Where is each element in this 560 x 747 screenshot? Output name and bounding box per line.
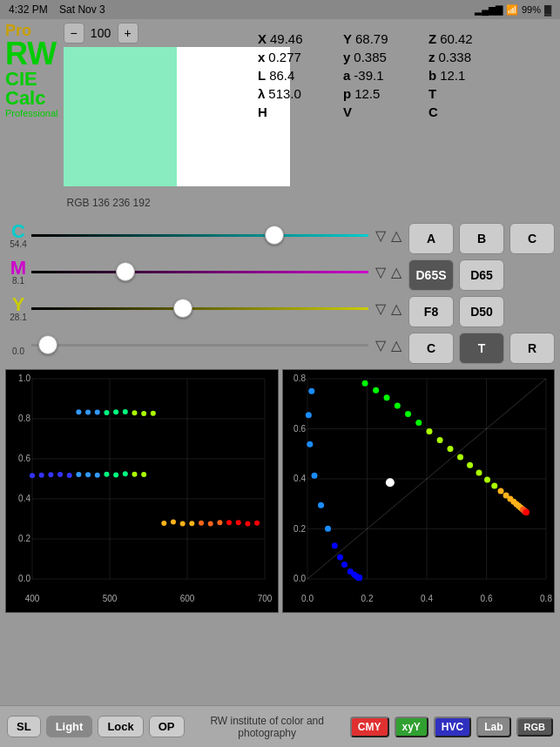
measure-x: x 0.277	[258, 50, 336, 64]
btn-D65[interactable]: D65	[459, 259, 504, 291]
measure-C: C	[428, 104, 507, 119]
measure-T: T	[428, 86, 507, 101]
btn-T[interactable]: T	[459, 333, 504, 364]
btn-row-f8-d50: F8 D50	[408, 296, 555, 327]
slider-magenta-thumb[interactable]	[116, 262, 135, 281]
battery-indicator: 99%	[522, 4, 541, 15]
right-chart	[282, 369, 556, 613]
slider-nd-up-arrow[interactable]: △	[391, 337, 401, 353]
measure-row-hvc: H V C	[258, 104, 555, 119]
xyy-badge[interactable]: xyY	[395, 717, 428, 737]
slider-magenta-up-arrow[interactable]: △	[391, 264, 401, 280]
measure-lambda: λ 513.0	[258, 86, 336, 101]
btn-C-top[interactable]: C	[509, 223, 555, 254]
brand-cie: CIE	[5, 70, 58, 89]
slider-magenta-label-col: M 8.1	[5, 259, 31, 286]
lock-button[interactable]: Lock	[98, 716, 143, 737]
slider-cyan-container[interactable]	[31, 226, 368, 244]
stepper-value: 100	[88, 26, 114, 40]
sliders-column: C 54.4 ▽ △ M 8.1	[5, 219, 408, 366]
btn-F8[interactable]: F8	[408, 296, 454, 327]
lab-badge[interactable]: Lab	[476, 717, 510, 737]
btn-row-d65: D65S D65	[408, 259, 555, 291]
brand-rw: RW	[5, 38, 58, 70]
slider-nd-label-col: ND 0.0	[5, 334, 31, 356]
left-chart-canvas	[6, 370, 272, 605]
measure-H: H	[258, 104, 336, 119]
brand-row: Pro RW CIE Calc Professional − 100 + RGB…	[5, 23, 249, 209]
slider-cyan-down-arrow[interactable]: ▽	[375, 227, 386, 244]
slider-nd-arrows: ▽ △	[375, 337, 401, 353]
slider-magenta-down-arrow[interactable]: ▽	[375, 264, 386, 280]
slider-magenta-container[interactable]	[31, 263, 368, 280]
measure-row-lpt: λ 513.0 p 12.5 T	[258, 86, 555, 101]
measure-z: z 0.338	[428, 50, 507, 64]
measure-y: y 0.385	[343, 50, 422, 64]
slider-row-yellow: Y 28.1 ▽ △	[5, 293, 408, 324]
slider-nd-thumb[interactable]	[38, 335, 57, 354]
status-date: Sat Nov 3	[59, 3, 105, 16]
slider-cyan-up-arrow[interactable]: △	[391, 227, 401, 244]
measure-row-lab: L 86.4 a -39.1 b 12.1	[258, 68, 555, 83]
top-section: Pro RW CIE Calc Professional − 100 + RGB…	[0, 19, 560, 219]
btn-row-abc: A B C	[408, 223, 555, 254]
btn-A[interactable]: A	[408, 223, 454, 254]
measure-row-xyz: X 49.46 Y 68.79 Z 60.42	[258, 31, 555, 46]
charts-section	[5, 369, 555, 613]
brand-calc: Calc	[5, 89, 58, 108]
slider-yellow-container[interactable]	[31, 299, 368, 317]
slider-yellow-arrows: ▽ △	[375, 300, 401, 317]
btn-D50[interactable]: D50	[459, 296, 504, 327]
slider-row-nd: ND 0.0 ▽ △	[5, 329, 408, 360]
status-time: 4:32 PM	[9, 3, 48, 16]
slider-row-magenta: M 8.1 ▽ △	[5, 256, 408, 287]
slider-yellow-label: Y	[5, 295, 31, 314]
buttons-column: A B C D65S D65 F8 D50 C T R	[408, 219, 555, 366]
slider-yellow-label-col: Y 28.1	[5, 295, 31, 322]
signal-icon: ▂▄▆▇	[475, 4, 503, 16]
slider-row-cyan: C 54.4 ▽ △	[5, 219, 408, 251]
light-button[interactable]: Light	[46, 716, 93, 737]
slider-magenta-value: 8.1	[5, 276, 31, 286]
btn-B[interactable]: B	[459, 223, 504, 254]
toolbar-info-text: RW institute of color and photography	[190, 715, 345, 739]
measure-X: X 49.46	[258, 31, 336, 46]
measure-b: b 12.1	[428, 68, 507, 83]
slider-cyan-label-col: C 54.4	[5, 222, 31, 249]
slider-nd-container[interactable]	[31, 336, 368, 353]
slider-nd-value: 0.0	[5, 347, 31, 356]
right-chart-canvas	[283, 370, 553, 605]
color-swatch-green	[64, 47, 177, 186]
cmy-badge[interactable]: CMY	[350, 717, 389, 737]
slider-yellow-down-arrow[interactable]: ▽	[375, 300, 386, 317]
measure-L: L 86.4	[258, 68, 336, 83]
rgb-badge[interactable]: RGB	[516, 717, 553, 737]
slider-cyan-label: C	[5, 222, 31, 241]
measure-Z: Z 60.42	[428, 31, 507, 46]
slider-yellow-up-arrow[interactable]: △	[391, 300, 401, 317]
measurements-panel: X 49.46 Y 68.79 Z 60.42 x 0.277 y 0.385	[249, 23, 555, 219]
stepper-minus-button[interactable]: −	[64, 23, 84, 44]
btn-D65S[interactable]: D65S	[408, 259, 454, 291]
bottom-toolbar: SL Light Lock OP RW institute of color a…	[0, 705, 560, 747]
slider-cyan-track	[31, 234, 368, 237]
slider-nd-down-arrow[interactable]: ▽	[375, 337, 386, 353]
status-bar: 4:32 PM Sat Nov 3 ▂▄▆▇ 📶 99% ▓	[0, 0, 560, 19]
wifi-icon: 📶	[506, 4, 518, 16]
stepper-plus-button[interactable]: +	[118, 23, 138, 44]
hvc-badge[interactable]: HVC	[434, 717, 471, 737]
measure-a: a -39.1	[343, 68, 422, 83]
slider-yellow-thumb[interactable]	[173, 299, 192, 318]
btn-C-bottom[interactable]: C	[408, 333, 454, 364]
measure-V: V	[343, 104, 422, 119]
slider-magenta-label: M	[5, 259, 31, 278]
btn-R[interactable]: R	[509, 333, 555, 364]
op-button[interactable]: OP	[149, 716, 185, 737]
slider-cyan-thumb[interactable]	[265, 225, 284, 245]
slider-magenta-arrows: ▽ △	[375, 264, 401, 280]
brand-professional: Professional	[5, 108, 58, 119]
controls-area: C 54.4 ▽ △ M 8.1	[0, 219, 560, 366]
slider-magenta-track	[31, 271, 368, 273]
sl-button[interactable]: SL	[7, 716, 41, 737]
slider-nd-track	[31, 344, 368, 347]
